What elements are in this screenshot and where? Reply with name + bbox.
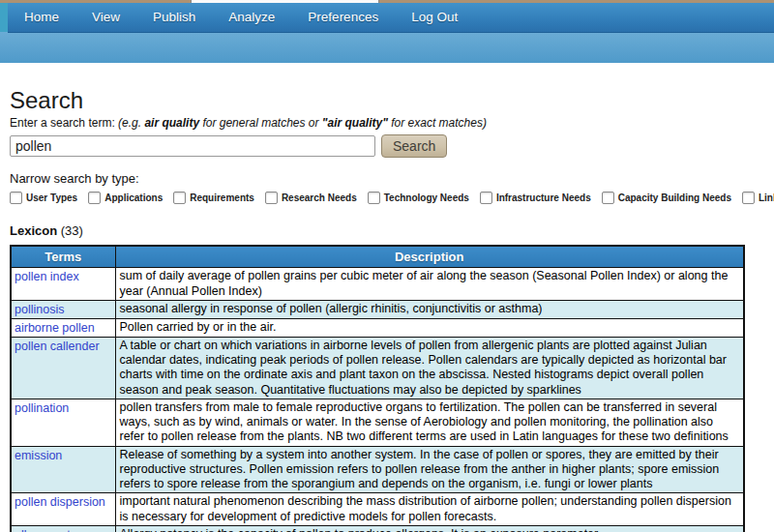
main-navbar: HomeViewPublishAnalyzePreferencesLog Out bbox=[8, 3, 774, 33]
search-hint-part: for exact matches) bbox=[388, 116, 487, 130]
table-row: allergy potencyAllergy potency is the ca… bbox=[11, 525, 744, 532]
filter-label: Infrastructure Needs bbox=[496, 192, 591, 203]
results-section-label: Lexicon (33) bbox=[10, 223, 764, 238]
table-row: pollinosisseasonal allergy in response o… bbox=[11, 300, 744, 318]
term-cell: pollinosis bbox=[11, 300, 115, 318]
description-cell: important natural phenomenon describing … bbox=[115, 493, 744, 526]
page-title: Search bbox=[10, 88, 764, 113]
checkbox-infrastructure-needs[interactable] bbox=[480, 192, 492, 204]
table-row: pollen dispersionimportant natural pheno… bbox=[11, 493, 744, 526]
lexicon-count: (33) bbox=[61, 223, 83, 238]
table-row: airborne pollenPollen carried by or in t… bbox=[11, 318, 744, 337]
filter-item-research-needs: Research Needs bbox=[265, 192, 357, 204]
checkbox-links[interactable] bbox=[742, 192, 755, 204]
term-cell: allergy potency bbox=[11, 525, 115, 532]
nav-item-log-out[interactable]: Log Out bbox=[395, 3, 474, 32]
search-hint-part: air quality bbox=[144, 116, 199, 130]
search-hint-part: (e.g. bbox=[118, 116, 144, 130]
search-hint-part: "air quality" bbox=[322, 116, 388, 130]
description-cell: Release of something by a system into an… bbox=[115, 446, 744, 493]
nav-item-view[interactable]: View bbox=[75, 3, 136, 32]
table-row: pollen indexsum of daily average of poll… bbox=[11, 268, 744, 301]
checkbox-technology-needs[interactable] bbox=[368, 192, 380, 204]
filter-label: Links bbox=[759, 192, 774, 203]
filter-label: User Types bbox=[26, 192, 77, 203]
description-cell: Allergy potency is the capacity of polle… bbox=[115, 525, 744, 532]
filter-label: Requirements bbox=[190, 192, 254, 203]
description-cell: A table or chart on which variations in … bbox=[115, 337, 744, 399]
search-button[interactable]: Search bbox=[381, 134, 447, 158]
description-cell: Pollen carried by or in the air. bbox=[115, 318, 744, 337]
filter-item-capacity-building-needs: Capacity Building Needs bbox=[602, 192, 731, 204]
term-cell: pollen callender bbox=[11, 337, 115, 399]
term-link-pollen-callender[interactable]: pollen callender bbox=[15, 340, 100, 353]
nav-item-preferences[interactable]: Preferences bbox=[291, 3, 395, 32]
filter-checkbox-row: User TypesApplicationsRequirementsResear… bbox=[10, 192, 764, 204]
filter-label: Applications bbox=[104, 192, 163, 203]
search-hint-part: for general matches or bbox=[199, 116, 322, 130]
checkbox-capacity-building-needs[interactable] bbox=[602, 192, 614, 204]
lexicon-table: Terms Description pollen indexsum of dai… bbox=[10, 245, 745, 532]
term-cell: pollination bbox=[11, 399, 115, 446]
description-cell: pollen transfers from male to female rep… bbox=[115, 399, 744, 446]
filter-item-requirements: Requirements bbox=[173, 192, 254, 204]
narrow-search-label: Narrow search by type: bbox=[10, 171, 764, 186]
table-row: pollen callenderA table or chart on whic… bbox=[11, 337, 744, 399]
nav-item-analyze[interactable]: Analyze bbox=[212, 3, 291, 32]
search-hint: (e.g. air quality for general matches or… bbox=[118, 116, 487, 130]
description-column-header: Description bbox=[115, 246, 744, 268]
term-cell: emission bbox=[11, 446, 115, 493]
filter-label: Capacity Building Needs bbox=[618, 192, 731, 203]
page-header: HomeViewPublishAnalyzePreferencesLog Out bbox=[0, 3, 774, 63]
term-cell: pollen index bbox=[11, 268, 115, 301]
search-input[interactable] bbox=[10, 135, 375, 157]
checkbox-requirements[interactable] bbox=[173, 192, 186, 204]
checkbox-applications[interactable] bbox=[88, 192, 101, 204]
term-cell: airborne pollen bbox=[11, 318, 115, 337]
description-cell: sum of daily average of pollen grains pe… bbox=[115, 268, 744, 301]
nav-item-home[interactable]: Home bbox=[8, 3, 75, 32]
filter-label: Technology Needs bbox=[384, 192, 469, 203]
search-instructions: Enter a search term: (e.g. air quality f… bbox=[10, 116, 764, 130]
term-link-allergy-potency[interactable]: allergy potency bbox=[15, 528, 96, 532]
lexicon-label: Lexicon bbox=[10, 223, 57, 238]
filter-item-user-types: User Types bbox=[10, 192, 77, 204]
term-link-pollen-index[interactable]: pollen index bbox=[15, 270, 79, 283]
filter-item-applications: Applications bbox=[88, 192, 163, 204]
checkbox-user-types[interactable] bbox=[10, 192, 22, 204]
filter-label: Research Needs bbox=[282, 192, 357, 203]
filter-item-technology-needs: Technology Needs bbox=[368, 192, 469, 204]
term-link-emission[interactable]: emission bbox=[15, 449, 62, 462]
table-header-row: Terms Description bbox=[11, 246, 744, 268]
term-link-pollination[interactable]: pollination bbox=[15, 401, 69, 415]
terms-column-header: Terms bbox=[11, 246, 115, 268]
table-row: pollinationpollen transfers from male to… bbox=[11, 399, 744, 446]
main-content: Search Enter a search term: (e.g. air qu… bbox=[0, 88, 774, 532]
search-prompt-text: Enter a search term: bbox=[10, 116, 118, 130]
nav-item-publish[interactable]: Publish bbox=[136, 3, 212, 32]
term-cell: pollen dispersion bbox=[11, 493, 115, 526]
description-cell: seasonal allergy in response of pollen (… bbox=[115, 300, 744, 318]
term-link-pollen-dispersion[interactable]: pollen dispersion bbox=[15, 495, 105, 509]
term-link-airborne-pollen[interactable]: airborne pollen bbox=[15, 321, 95, 335]
term-link-pollinosis[interactable]: pollinosis bbox=[15, 303, 64, 316]
filter-item-links: Links bbox=[742, 192, 774, 204]
table-row: emissionRelease of something by a system… bbox=[11, 446, 744, 493]
checkbox-research-needs[interactable] bbox=[265, 192, 278, 204]
search-row: Search bbox=[10, 134, 764, 158]
filter-item-infrastructure-needs: Infrastructure Needs bbox=[480, 192, 591, 204]
